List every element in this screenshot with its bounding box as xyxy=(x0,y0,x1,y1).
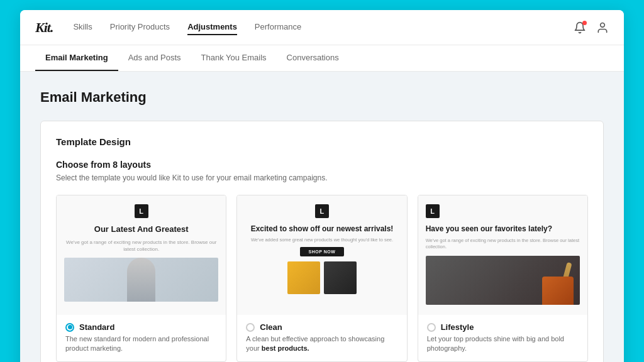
person-silhouette xyxy=(127,258,155,302)
template-standard-heading: Our Latest And Greatest xyxy=(94,224,189,235)
template-clean-text: We've added some great new products we t… xyxy=(251,237,393,244)
svg-point-0 xyxy=(601,23,605,27)
section-desc: Select the template you would like Kit t… xyxy=(56,173,588,182)
template-clean[interactable]: L Excited to show off our newest arrival… xyxy=(236,195,407,362)
template-lifestyle-image xyxy=(426,256,580,305)
template-lifestyle-name: Lifestyle xyxy=(441,322,474,332)
template-standard-image xyxy=(64,258,218,302)
template-standard-name-row: Standard xyxy=(65,322,217,332)
template-lifestyle-info: Lifestyle Let your top products shine wi… xyxy=(418,315,587,361)
template-clean-preview: L Excited to show off our newest arrival… xyxy=(237,195,406,315)
template-standard-desc: The new standard for modern and professi… xyxy=(65,334,217,354)
template-lifestyle-badge: L xyxy=(426,204,440,218)
product-dark-thumb xyxy=(324,261,357,294)
page-title: Email Marketing xyxy=(40,89,604,106)
template-clean-desc: A clean but effective approach to showca… xyxy=(246,334,397,354)
nav-link-performance[interactable]: Performance xyxy=(255,19,301,35)
template-clean-heading: Excited to show off our newest arrivals! xyxy=(251,224,394,234)
subnav-thank-you-emails[interactable]: Thank You Emails xyxy=(191,45,277,71)
template-clean-badge: L xyxy=(315,204,329,218)
top-nav: Kit. Skills Priority Products Adjustment… xyxy=(20,10,624,45)
subnav-ads-posts[interactable]: Ads and Posts xyxy=(118,45,191,71)
template-clean-name-row: Clean xyxy=(246,322,397,332)
template-standard-badge: L xyxy=(135,204,148,218)
product-yellow-thumb xyxy=(287,261,320,294)
template-standard-name: Standard xyxy=(79,322,114,332)
section-heading: Choose from 8 layouts xyxy=(56,160,588,170)
template-lifestyle-desc: Let your top products shine with big and… xyxy=(427,334,579,354)
notifications-button[interactable] xyxy=(574,21,586,34)
template-clean-name: Clean xyxy=(260,322,282,332)
template-lifestyle[interactable]: L Have you seen our favorites lately? We… xyxy=(418,195,588,362)
template-clean-info: Clean A clean but effective approach to … xyxy=(237,315,406,361)
user-icon xyxy=(596,21,609,34)
app-window: Kit. Skills Priority Products Adjustment… xyxy=(20,10,624,362)
template-clean-radio[interactable] xyxy=(246,323,255,332)
bag-visual xyxy=(542,277,574,305)
template-lifestyle-preview: L Have you seen our favorites lately? We… xyxy=(418,195,587,315)
template-standard-radio[interactable] xyxy=(65,323,74,332)
template-grid: L Our Latest And Greatest We've got a ra… xyxy=(56,195,588,362)
nav-link-adjustments[interactable]: Adjustments xyxy=(187,19,237,35)
nav-links: Skills Priority Products Adjustments Per… xyxy=(73,19,574,35)
page-content: Email Marketing Template Design Choose f… xyxy=(20,72,624,362)
template-standard[interactable]: L Our Latest And Greatest We've got a ra… xyxy=(56,195,226,362)
profile-button[interactable] xyxy=(596,21,609,34)
sub-nav: Email Marketing Ads and Posts Thank You … xyxy=(20,45,624,72)
template-design-card: Template Design Choose from 8 layouts Se… xyxy=(40,121,604,362)
subnav-conversations[interactable]: Conversations xyxy=(277,45,349,71)
template-clean-btn: SHOP NOW xyxy=(300,247,345,256)
template-lifestyle-text: We've got a range of exciting new produc… xyxy=(426,238,580,251)
template-lifestyle-name-row: Lifestyle xyxy=(427,322,579,332)
card-title: Template Design xyxy=(56,136,588,147)
nav-icons xyxy=(574,21,609,34)
template-lifestyle-heading: Have you seen our favorites lately? xyxy=(426,224,552,234)
template-standard-info: Standard The new standard for modern and… xyxy=(57,315,226,361)
notification-dot xyxy=(582,21,587,25)
template-lifestyle-radio[interactable] xyxy=(427,323,436,332)
template-clean-products xyxy=(287,261,357,294)
template-clean-desc-bold: best products. xyxy=(262,344,309,352)
logo: Kit. xyxy=(35,19,53,36)
template-standard-preview: L Our Latest And Greatest We've got a ra… xyxy=(57,195,226,315)
nav-link-priority[interactable]: Priority Products xyxy=(110,19,170,35)
subnav-email-marketing[interactable]: Email Marketing xyxy=(35,45,118,71)
nav-link-skills[interactable]: Skills xyxy=(73,19,92,35)
template-standard-text: We've got a range of exciting new produc… xyxy=(64,239,218,253)
